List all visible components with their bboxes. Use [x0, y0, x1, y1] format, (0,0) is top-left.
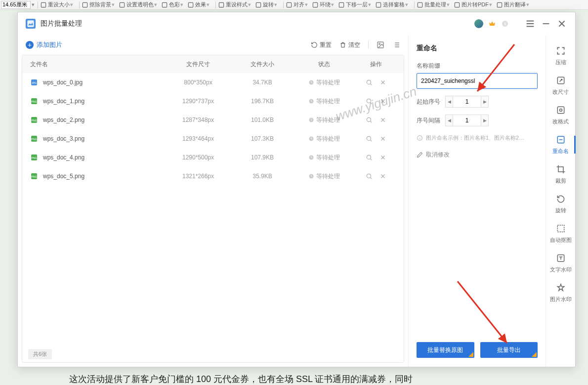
close-button[interactable] [556, 18, 567, 29]
svg-rect-11 [418, 2, 422, 7]
remove-icon[interactable] [379, 98, 386, 105]
sidebar-item-format[interactable]: 改格式 [546, 100, 576, 130]
toolbar-10[interactable]: 选择窗格▾ [375, 1, 408, 8]
svg-rect-48 [557, 225, 564, 231]
prefix-input[interactable] [417, 73, 538, 89]
remove-icon[interactable] [379, 154, 386, 161]
list-view-icon[interactable] [392, 41, 400, 49]
svg-rect-13 [497, 2, 502, 7]
file-jpg-icon: JPG [30, 78, 38, 86]
svg-text:PNG: PNG [31, 138, 37, 141]
svg-point-22 [367, 80, 371, 84]
toolbar-8[interactable]: 环绕▾ [312, 1, 334, 8]
sidebar-item-textwm[interactable]: 文字水印 [546, 248, 576, 278]
toolbar-11[interactable]: 批量处理▾ [417, 1, 450, 8]
svg-rect-8 [313, 2, 317, 7]
file-name: wps_doc_4.png [43, 154, 84, 161]
file-status: 等待处理 [292, 154, 356, 162]
file-status: 等待处理 [292, 78, 356, 87]
format-icon [556, 105, 566, 115]
remove-icon[interactable] [379, 116, 386, 123]
user-avatar[interactable] [474, 19, 483, 28]
remove-icon[interactable] [379, 173, 386, 180]
preview-icon[interactable] [366, 116, 373, 123]
toolbar-0[interactable]: 重设大小▾ [40, 1, 73, 8]
batch-export-button[interactable]: 批量导出 [480, 342, 538, 358]
reset-button[interactable]: 重置 [311, 41, 332, 49]
sidebar-item-cutout[interactable]: 自动抠图 [546, 219, 576, 248]
preview-icon[interactable] [366, 135, 373, 142]
rotate-icon [556, 194, 566, 204]
table-row[interactable]: JPGwps_doc_0.jpg800*350px34.7KB等待处理 [22, 73, 404, 92]
resize-icon [556, 76, 566, 85]
file-size: 34.7KB [233, 79, 292, 86]
toolbar-4[interactable]: 效果▾ [187, 1, 210, 8]
table-row[interactable]: PNGwps_doc_2.png1287*348px101.0KB等待处理 [22, 111, 404, 129]
stepper-increase[interactable]: ▶ [481, 115, 489, 126]
stepper-decrease[interactable]: ◀ [445, 115, 453, 126]
table-row[interactable]: PNGwps_doc_1.png1290*737px196.7KB等待处理 [22, 92, 404, 111]
interval-stepper[interactable]: ◀ ▶ [445, 115, 489, 126]
preview-icon[interactable] [366, 173, 373, 180]
col-size: 文件大小 [233, 60, 292, 69]
toolbar-9[interactable]: 下移一层▾ [338, 1, 371, 8]
start-number-stepper[interactable]: ◀ ▶ [445, 96, 489, 108]
preview-icon[interactable] [366, 79, 373, 86]
app-logo-icon [26, 19, 36, 29]
preview-icon[interactable] [366, 98, 373, 105]
svg-text:PNG: PNG [31, 119, 37, 122]
plus-icon: + [26, 41, 34, 49]
clear-button[interactable]: 清空 [339, 41, 360, 49]
grid-view-icon[interactable] [377, 41, 384, 49]
sidebar-item-crop[interactable]: 裁剪 [546, 159, 576, 189]
interval-input[interactable] [453, 115, 481, 126]
table-row[interactable]: PNGwps_doc_5.png1321*266px35.9KB等待处理 [22, 167, 404, 186]
toolbar-5[interactable]: 重设样式▾ [218, 1, 251, 8]
preview-icon[interactable] [366, 154, 373, 161]
add-image-button[interactable]: + 添加图片 [26, 40, 62, 49]
cancel-changes-link[interactable]: 取消修改 [417, 151, 538, 159]
toolbar-6[interactable]: 旋转▾ [255, 1, 277, 8]
sidebar-item-resize[interactable]: 改尺寸 [546, 71, 576, 100]
svg-rect-9 [339, 2, 343, 7]
toolbar-7[interactable]: 对齐▾ [286, 1, 308, 8]
sidebar-item-label: 图片水印 [550, 296, 572, 303]
svg-point-42 [367, 174, 371, 178]
sidebar-item-compress[interactable]: 压缩 [546, 41, 576, 71]
menu-icon[interactable] [525, 18, 536, 29]
rename-settings-panel: 重命名 名称前缀 起始序号 ◀ ▶ 序号间隔 ◀ ▶ [408, 35, 546, 367]
crown-icon [488, 20, 496, 28]
col-name: 文件名 [30, 60, 164, 69]
dialog-title: 图片批量处理 [41, 19, 474, 28]
sidebar-item-imagewm[interactable]: 图片水印 [546, 278, 576, 308]
file-status: 等待处理 [292, 97, 356, 106]
crop-icon [556, 164, 566, 174]
remove-icon[interactable] [379, 135, 386, 142]
svg-rect-10 [376, 2, 380, 7]
table-row[interactable]: PNGwps_doc_3.png1293*464px107.3KB等待处理 [22, 129, 404, 148]
stepper-decrease[interactable]: ◀ [445, 96, 453, 108]
remove-icon[interactable] [379, 79, 386, 86]
toolbar-2[interactable]: 设置透明色▾ [119, 1, 157, 8]
cutout-icon [556, 224, 566, 233]
file-dim: 1287*348px [164, 116, 233, 123]
clock-icon [308, 117, 314, 123]
toolbar-3[interactable]: 色彩▾ [161, 1, 183, 8]
svg-point-34 [367, 136, 371, 140]
clock-icon [308, 154, 314, 160]
stepper-increase[interactable]: ▶ [481, 96, 489, 108]
table-row[interactable]: PNGwps_doc_4.png1290*500px107.9KB等待处理 [22, 148, 404, 167]
app-top-toolbar: ▾ 重设大小▾抠除背景▾设置透明色▾色彩▾效果▾重设样式▾旋转▾对齐▾环绕▾下移… [0, 0, 588, 10]
toolbar-12[interactable]: 图片转PDF▾ [454, 1, 492, 8]
sidebar-item-label: 改格式 [552, 118, 569, 125]
size-input[interactable] [1, 1, 31, 9]
toolbar-13[interactable]: 图片翻译▾ [496, 1, 529, 8]
sidebar-item-label: 自动抠图 [550, 236, 572, 244]
minimize-button[interactable] [541, 18, 551, 29]
sidebar-item-rotate[interactable]: 旋转 [546, 189, 576, 219]
sidebar-item-rename[interactable]: 重命名 [546, 130, 576, 159]
batch-replace-button[interactable]: 批量替换原图 [417, 342, 474, 358]
toolbar-1[interactable]: 抠除背景▾ [82, 1, 115, 8]
start-number-input[interactable] [453, 96, 481, 108]
rename-icon [556, 135, 566, 145]
